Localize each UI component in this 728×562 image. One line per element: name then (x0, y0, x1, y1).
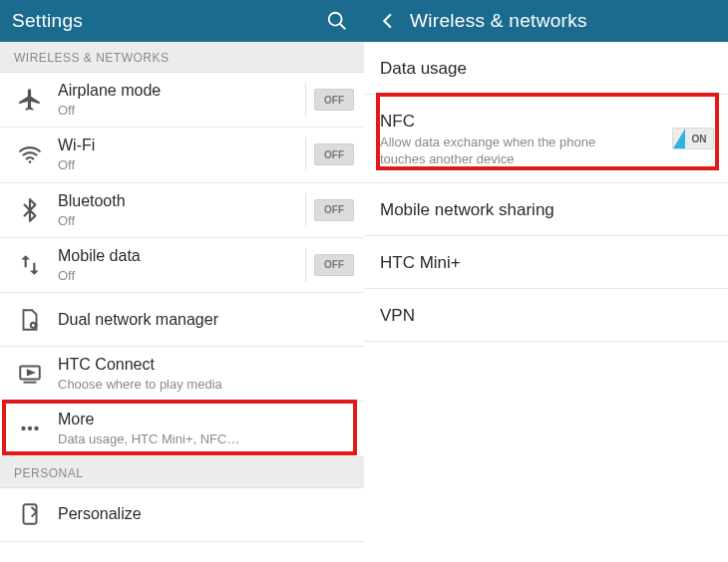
nfc-label: NFC (380, 111, 658, 133)
wifi-icon (8, 141, 52, 167)
back-button[interactable] (376, 6, 400, 36)
htc-mini-label: HTC Mini+ (380, 252, 712, 274)
dual-network-label: Dual network manager (58, 310, 354, 330)
airplane-toggle[interactable]: OFF (314, 89, 354, 111)
airplane-label: Airplane mode (58, 81, 297, 101)
personalize-label: Personalize (58, 504, 354, 524)
bluetooth-status: Off (58, 213, 297, 229)
bluetooth-label: Bluetooth (58, 191, 297, 211)
row-airplane-mode[interactable]: Airplane mode Off OFF (0, 73, 364, 128)
nfc-sub: Allow data exchange when the phone touch… (380, 135, 619, 168)
section-personal: PERSONAL (0, 457, 364, 488)
settings-screen: Settings WIRELESS & NETWORKS Airplane mo… (0, 0, 364, 562)
svg-point-2 (29, 161, 32, 164)
divider (305, 193, 306, 227)
mns-label: Mobile network sharing (380, 199, 712, 221)
row-mobile-data[interactable]: Mobile data Off OFF (0, 238, 364, 293)
nfc-toggle[interactable]: ON (672, 128, 714, 149)
row-personalize[interactable]: Personalize (0, 488, 364, 542)
more-label: More (58, 410, 354, 429)
row-nfc[interactable]: NFC Allow data exchange when the phone t… (364, 95, 728, 183)
chevron-left-icon (379, 12, 397, 30)
wifi-status: Off (58, 157, 297, 173)
row-vpn[interactable]: VPN (364, 289, 728, 342)
search-button[interactable] (322, 6, 352, 36)
more-sub: Data usage, HTC Mini+, NFC… (58, 431, 354, 447)
wireless-networks-screen: Wireless & networks Data usage NFC Allow… (364, 0, 728, 562)
svg-point-8 (28, 426, 32, 430)
svg-point-7 (21, 426, 25, 430)
section-wireless-networks: WIRELESS & NETWORKS (0, 42, 364, 73)
svg-line-1 (340, 24, 346, 30)
row-dual-network[interactable]: Dual network manager (0, 293, 364, 347)
airplane-status: Off (58, 103, 297, 119)
divider (305, 138, 306, 171)
wireless-appbar: Wireless & networks (364, 0, 728, 42)
bluetooth-toggle[interactable]: OFF (314, 199, 354, 221)
more-icon (8, 416, 52, 441)
mobile-data-label: Mobile data (58, 246, 297, 266)
divider (305, 83, 306, 117)
search-icon (326, 10, 348, 32)
row-more[interactable]: More Data usage, HTC Mini+, NFC… (0, 402, 364, 456)
row-wifi[interactable]: Wi-Fi Off OFF (0, 128, 364, 182)
bluetooth-icon (8, 197, 52, 223)
sim-gear-icon (8, 307, 52, 333)
personalize-icon (8, 501, 52, 527)
data-usage-label: Data usage (380, 58, 712, 80)
wireless-title: Wireless & networks (410, 10, 587, 32)
row-bluetooth[interactable]: Bluetooth Off OFF (0, 183, 364, 238)
svg-point-0 (329, 13, 342, 26)
divider (305, 248, 306, 282)
wifi-label: Wi-Fi (58, 136, 297, 155)
airplane-icon (8, 87, 52, 113)
svg-marker-5 (28, 371, 33, 375)
mobile-data-status: Off (58, 268, 297, 284)
htc-connect-label: HTC Connect (58, 355, 354, 375)
mobile-data-icon (8, 252, 52, 278)
settings-title: Settings (12, 10, 83, 32)
row-htc-mini[interactable]: HTC Mini+ (364, 236, 728, 289)
mobile-data-toggle[interactable]: OFF (314, 254, 354, 276)
row-mobile-network-sharing[interactable]: Mobile network sharing (364, 183, 728, 236)
htc-connect-sub: Choose where to play media (58, 377, 354, 393)
wifi-toggle[interactable]: OFF (314, 143, 354, 165)
nfc-toggle-label: ON (685, 134, 713, 144)
settings-appbar: Settings (0, 0, 364, 42)
row-htc-connect[interactable]: HTC Connect Choose where to play media (0, 347, 364, 402)
htc-connect-icon (8, 361, 52, 387)
svg-point-9 (34, 426, 38, 430)
row-data-usage[interactable]: Data usage (364, 42, 728, 95)
vpn-label: VPN (380, 305, 712, 327)
